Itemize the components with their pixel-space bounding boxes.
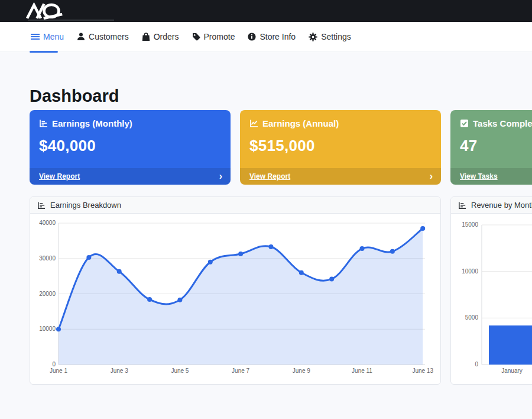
nav-item-promote[interactable]: Promote [192,22,235,51]
nav-item-menu[interactable]: Menu [31,22,64,51]
svg-text:June 7: June 7 [232,368,249,374]
card-title: Earnings (Annual) [262,118,339,128]
svg-text:January: January [501,368,523,374]
nav-item-customers[interactable]: Customers [77,22,129,51]
svg-text:20000: 20000 [39,291,56,297]
chart-bar-icon [458,201,466,210]
chart-title: Revenue by Month [471,201,532,210]
chart-title: Earnings Breakdown [50,201,121,210]
stat-cards-row: Earnings (Monthly) $40,000 View Report ›… [30,110,532,185]
view-tasks-link[interactable]: View Tasks [460,172,498,181]
view-report-link-row[interactable]: View Report › [240,168,441,185]
svg-text:June 1: June 1 [50,368,67,374]
revenue-by-month-card: Revenue by Month 050001000015000January [450,196,532,385]
revenue-by-month-chart[interactable]: 050001000015000January [451,214,532,385]
card-title-row: Tasks Completed [460,118,532,128]
chart-line-icon [249,119,258,128]
card-title-row: Earnings (Annual) [249,118,432,128]
svg-text:40000: 40000 [39,220,56,226]
top-app-bar [0,0,532,22]
earnings-breakdown-chart[interactable]: 010000200003000040000June 1June 3June 5J… [30,214,440,385]
svg-text:June 5: June 5 [171,368,189,374]
card-title: Earnings (Monthly) [52,118,132,128]
nav-item-store-info[interactable]: Store Info [248,22,296,51]
view-report-link[interactable]: View Report [39,172,80,181]
svg-text:15000: 15000 [462,221,478,228]
svg-text:0: 0 [475,361,478,368]
main-nav: Menu Customers Orders Promote Store Info… [0,22,532,52]
nav-label: Customers [89,32,129,41]
nav-item-settings[interactable]: Settings [309,22,351,51]
charts-row: Earnings Breakdown 010000200003000040000… [30,196,532,385]
chevron-right-icon: › [219,173,222,180]
brand-underline [28,20,114,21]
bar-chart-svg: 050001000015000January [451,214,532,384]
svg-text:10000: 10000 [462,268,478,275]
card-value: $515,000 [249,137,432,155]
tag-icon [192,33,200,41]
chart-bar-icon [37,201,46,210]
chevron-right-icon: › [430,173,433,180]
chart-bar-icon [39,119,48,128]
revenue-by-month-header: Revenue by Month [451,197,532,214]
view-report-link-row[interactable]: View Report › [30,168,231,185]
svg-text:10000: 10000 [39,325,56,332]
hamburger-icon [31,33,40,40]
active-tab-underline [30,51,58,53]
card-earnings-monthly: Earnings (Monthly) $40,000 View Report › [30,110,231,185]
card-tasks-completed: Tasks Completed 47 View Tasks › [450,110,532,185]
gear-icon [309,33,317,41]
svg-text:5000: 5000 [465,314,479,321]
svg-text:June 11: June 11 [352,368,372,374]
svg-text:0: 0 [52,361,56,368]
card-body: Tasks Completed 47 [450,110,532,163]
svg-text:June 9: June 9 [293,368,310,374]
svg-text:June 13: June 13 [412,368,433,374]
aiq-logo-icon [24,2,83,20]
info-icon [248,33,256,41]
page-title: Dashboard [30,87,532,105]
check-square-icon [460,119,469,128]
person-icon [77,33,85,41]
card-title: Tasks Completed [473,118,532,128]
svg-text:30000: 30000 [39,255,56,262]
nav-label: Orders [154,32,179,41]
nav-item-orders[interactable]: Orders [142,22,179,51]
card-body: Earnings (Annual) $515,000 [240,110,441,163]
card-title-row: Earnings (Monthly) [39,118,221,128]
nav-label: Settings [321,32,351,41]
nav-label: Promote [204,32,235,41]
card-value: 47 [460,137,532,155]
card-value: $40,000 [39,137,221,155]
nav-label: Store Info [259,32,296,41]
line-chart-svg: 010000200003000040000June 1June 3June 5J… [30,214,440,384]
earnings-breakdown-header: Earnings Breakdown [30,197,440,214]
shopping-bag-icon [142,33,150,41]
earnings-breakdown-card: Earnings Breakdown 010000200003000040000… [30,196,441,385]
svg-text:June 3: June 3 [111,368,128,374]
view-report-link[interactable]: View Report [249,172,290,181]
nav-label: Menu [43,32,64,41]
view-tasks-link-row[interactable]: View Tasks › [450,168,532,185]
main-content: Dashboard Earnings (Monthly) $40,000 Vie… [0,87,532,385]
card-earnings-annual: Earnings (Annual) $515,000 View Report › [240,110,441,185]
card-body: Earnings (Monthly) $40,000 [30,110,231,163]
